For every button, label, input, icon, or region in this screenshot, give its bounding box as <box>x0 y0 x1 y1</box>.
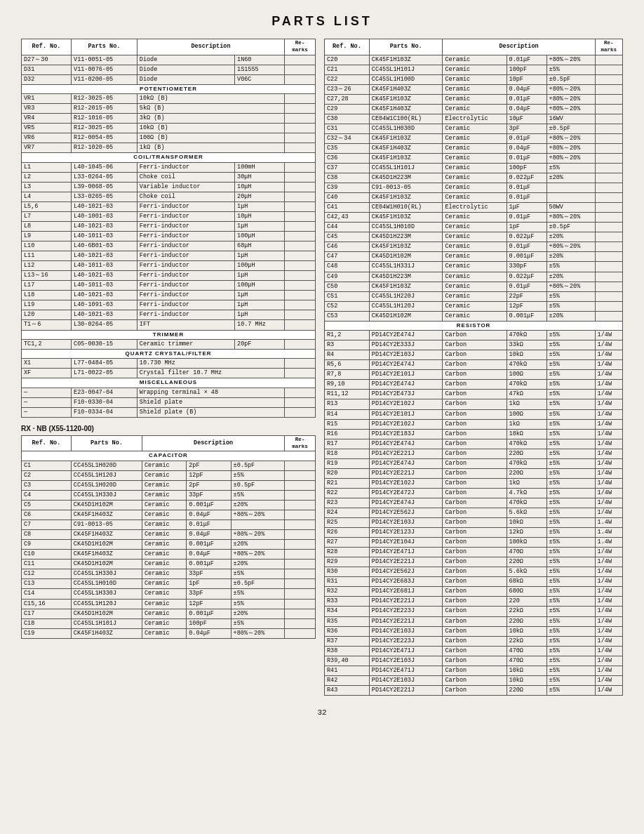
table-row: C10CK45F1H403ZCeramic0.04μF+80%～20% <box>22 550 316 560</box>
table-row: C18CC45SL1H101JCeramic100pF±5% <box>22 618 316 628</box>
table-row: C15,16CC45SL1H120JCeramic12pF±5% <box>22 599 316 609</box>
table-row: L9 L40-1011-03 Ferri-inductor 100μH <box>22 232 316 241</box>
table-row: R23PD14CY2E474JCarbon470kΩ±5%1/4W <box>325 498 623 508</box>
table-row: C1CC45SL1H020DCeramic2pF±0.5pF <box>22 461 316 470</box>
table-row: C48CC45SL1H331JCeramic330pF±5% <box>325 262 623 272</box>
table-row: R22PD14CY2E472JCarbon4.7kΩ±5%1/4W <box>325 488 623 498</box>
table-row: C44CC45SL1H010DCeramic1pF±0.5pF <box>325 223 623 232</box>
table-row: R42PD14CY2E103JCarbon10kΩ±5%1/4W <box>325 675 623 685</box>
table-row: VR6 R12-0054-05 100Ω (B) <box>22 133 316 143</box>
bottom-left-table: Ref. No. Parts No. Description Re-marks … <box>21 435 316 639</box>
table-row: R7,8PD14CY2E101JCarbon100Ω±5%1/4W <box>325 370 623 380</box>
table-row: C53CK45D1H102MCeramic0.001μF±20% <box>325 311 623 321</box>
table-row: C27,28CK45F1H103ZCeramic0.01μF+80%～20% <box>325 94 623 104</box>
table-row: R31PD14CY2E683JCarbon68kΩ±5%1/4W <box>325 577 623 587</box>
table-row: R9,10PD14CY2E474JCarbon470kΩ±5%1/4W <box>325 380 623 390</box>
table-row: R29PD14CY2E221JCarbon220Ω±5%1/4W <box>325 557 623 567</box>
col-header-remarks: Re-marks <box>285 39 316 55</box>
col-refno-r: Ref. No. <box>325 39 370 55</box>
table-row: R33PD14CY2E221JCarbon220±5%1/4W <box>325 597 623 607</box>
table-row: C13CC45SL1H010DCeramic1pF±0.5pF <box>22 579 316 589</box>
section-capacitor-bottom: CAPACITOR <box>22 451 316 461</box>
table-row: C19CK45F1H403ZCeramic0.04μF+80%～20% <box>22 628 316 638</box>
section-trimmer: TRIMMER <box>22 330 316 339</box>
table-row: C35CK45F1H403ZCeramic0.04μF+80%～20% <box>325 143 623 153</box>
rx-label: RX · NB (X55-1120-00) <box>21 425 316 432</box>
table-row: XF L71-0022-05 Crystal filter 10.7 MHz <box>22 369 316 378</box>
table-row: L17 L40-1011-03 Ferri-inductor 100μH <box>22 281 316 291</box>
table-row: VR3 R12-2015-05 5kΩ (B) <box>22 104 316 114</box>
left-top-table: Ref. No. Parts No. Description Re-marks … <box>21 39 316 418</box>
table-row: R18PD14CY2E221JCarbon220Ω±5%1/4W <box>325 449 623 458</box>
left-column: Ref. No. Parts No. Description Re-marks … <box>21 39 316 696</box>
col-header-desc: Description <box>137 39 284 55</box>
table-row: VR7 R12-1020-05 1kΩ (B) <box>22 143 316 153</box>
col-partsno-r: Parts No. <box>369 39 443 55</box>
col-partsno: Parts No. <box>71 435 142 451</box>
table-row: R30PD14CY2E562JCarbon5.6kΩ±5%1/4W <box>325 567 623 577</box>
table-row: L11 L40-1021-03 Ferri-inductor 1μH <box>22 251 316 261</box>
table-row: R15PD14CY2E102JCarbon1kΩ±5%1/4W <box>325 419 623 429</box>
table-row: R24PD14CY2E562JCarbon5.6kΩ±5%1/4W <box>325 508 623 518</box>
table-row: L1 L40-1045-06 Ferri-inductor 100mH <box>22 162 316 172</box>
table-row: C31CC45SL1H030DCeramic3pF±0.5pF <box>325 124 623 133</box>
table-row: L13～16 L40-1021-03 Ferri-inductor 1μH <box>22 271 316 281</box>
table-row: R3PD14CY2E333JCarbon33kΩ±5%1/4W <box>325 340 623 350</box>
main-content: Ref. No. Parts No. Description Re-marks … <box>21 39 623 696</box>
table-row: R11,12PD14CY2E473JCarbon47kΩ±5%1/4W <box>325 390 623 399</box>
table-row: R19PD14CY2E474JCarbon470kΩ±5%1/4W <box>325 458 623 468</box>
table-row: C40CK45F1H103ZCeramic0.01μF <box>325 193 623 203</box>
table-row: C30CE04W1C100(RL)Electrolytic10μF16WV <box>325 114 623 124</box>
table-row: C17CK45D1H102MCeramic0.001μF±20% <box>22 609 316 618</box>
table-row: R27PD14CY2E104JCarbon100kΩ±5%1.4W <box>325 538 623 548</box>
table-row: R21PD14CY2E102JCarbon1kΩ±5%1/4W <box>325 478 623 488</box>
table-row: C47CK45D1H102MCeramic0.001μF±20% <box>325 252 623 262</box>
table-row: C36CK45F1H103ZCeramic0.01μF+80%～20% <box>325 153 623 163</box>
table-row: L2 L33-0264-05 Choke coil 30μH <box>22 172 316 182</box>
table-row: D31 V11-0076-05 Diode 1S1555 <box>22 65 316 74</box>
table-row: T1～6 L30-0264-05 IFT 10.7 MHz <box>22 320 316 330</box>
table-row: C32～34CK45F1H103ZCeramic0.01μF+80%～20% <box>325 133 623 143</box>
table-row: X1 L77-0484-05 10.730 MHz <box>22 359 316 369</box>
rx-section: RX · NB (X55-1120-00) Ref. No. Parts No.… <box>21 425 316 639</box>
table-row: L5,6 L40-1021-03 Ferri-inductor 1μH <box>22 201 316 211</box>
table-row: C14CC45SL1H330JCeramic33pF±5% <box>22 589 316 599</box>
table-row: R14PD14CY2E101JCarbon100Ω±5%1/4W <box>325 409 623 419</box>
table-row: C9CK45D1H102MCeramic0.001μF±20% <box>22 540 316 550</box>
table-row: L19 L40-1091-03 Ferri-inductor 1μH <box>22 300 316 310</box>
section-misc: MISCELLANEOUS <box>22 378 316 388</box>
table-row: C41CE04W1H010(RL)Electrolytic1μF50WV <box>325 203 623 213</box>
table-row: L7 L40-1001-03 Ferri-inductor 10μH <box>22 211 316 221</box>
table-row: L18 L40-1021-03 Ferri-inductor 1μH <box>22 291 316 300</box>
table-row: R39,40PD14CY2E103JCarbon470Ω±5%1/4W <box>325 656 623 666</box>
right-column: Ref. No. Parts No. Description Re-marks … <box>324 39 623 696</box>
col-refno: Ref. No. <box>22 435 72 451</box>
table-row: D32 V11-0200-05 Diode V06C <box>22 74 316 84</box>
col-desc: Description <box>142 435 284 451</box>
table-row: C45CK45D1H223MCeramic0.022μF±20% <box>325 232 623 242</box>
page-title: PARTS LIST <box>21 14 623 29</box>
table-row: D27～30 V11-0051-05 Diode 1N60 <box>22 55 316 65</box>
table-row: C7C91-0013-05Ceramic0.01μF <box>22 520 316 530</box>
table-row: — E23-0047-04 Wrapping terminal × 48 <box>22 388 316 397</box>
table-row: C29CK45F1H403ZCeramic0.04μF+80%～20% <box>325 104 623 114</box>
table-row: R4PD14CY2E103JCarbon10kΩ±5%1/4W <box>325 350 623 360</box>
table-row: L8 L40-1021-03 Ferri-inductor 1μH <box>22 221 316 231</box>
table-row: — F10-0334-04 Shield plate (B) <box>22 407 316 417</box>
table-row: VR1 R12-3025-05 10kΩ (B) <box>22 94 316 104</box>
table-row: C5CK45D1H102MCeramic0.001μF±20% <box>22 501 316 510</box>
table-row: L20 L40-1021-03 Ferri-inductor 1μH <box>22 310 316 320</box>
table-row: C21CC45SL1H101JCeramic100pF±5% <box>325 65 623 74</box>
table-row: R36PD14CY2E103JCarbon10kΩ±5%1/4W <box>325 626 623 636</box>
table-row: C8CK45F1H403ZCeramic0.04μF+80%～20% <box>22 530 316 540</box>
table-row: VR4 R12-1016-05 3kΩ (B) <box>22 114 316 124</box>
table-row: R32PD14CY2E681JCarbon680Ω±5%1/4W <box>325 587 623 597</box>
table-row: R35PD14CY2E221JCarbon220Ω±5%1/4W <box>325 616 623 626</box>
table-row: C50CK45F1H103ZCeramic0.01μF+80%～20% <box>325 282 623 291</box>
table-row: L10 L40-6B01-03 Ferri-inductor 68μH <box>22 241 316 251</box>
table-row: L4 L33-0265-05 Choke coil 20μH <box>22 192 316 201</box>
table-row: C2CC45SL1H120JCeramic12pF±5% <box>22 470 316 480</box>
section-resistor: RESISTOR <box>325 321 623 330</box>
table-row: R41PD14CY2E471JCarbon10kΩ±5%1/4W <box>325 666 623 675</box>
table-row: L12 L40-1011-03 Ferri-inductor 100μH <box>22 261 316 271</box>
